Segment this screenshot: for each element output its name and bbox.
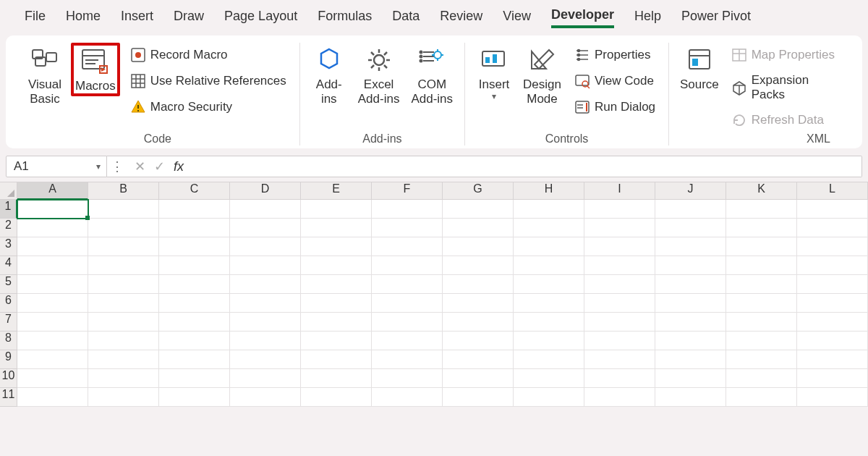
- cell[interactable]: [230, 332, 301, 350]
- cell[interactable]: [372, 256, 443, 275]
- tab-help[interactable]: Help: [634, 9, 661, 27]
- fx-icon[interactable]: fx: [174, 159, 184, 174]
- cell[interactable]: [655, 275, 726, 294]
- column-header[interactable]: D: [230, 182, 301, 200]
- cell[interactable]: [17, 200, 88, 219]
- expansion-packs-button[interactable]: Expansion Packs: [727, 70, 845, 105]
- cell[interactable]: [88, 237, 159, 256]
- enter-icon[interactable]: ✓: [154, 159, 165, 174]
- cell[interactable]: [584, 219, 655, 237]
- cell[interactable]: [372, 219, 443, 237]
- cell[interactable]: [514, 294, 584, 313]
- cell[interactable]: [726, 388, 797, 407]
- tab-insert[interactable]: Insert: [121, 9, 153, 27]
- cell[interactable]: [797, 237, 868, 256]
- cell[interactable]: [159, 200, 230, 219]
- tab-power-pivot[interactable]: Power Pivot: [681, 9, 751, 27]
- cell[interactable]: [655, 332, 726, 350]
- cell[interactable]: [17, 256, 88, 275]
- row-header[interactable]: 3: [0, 237, 17, 256]
- cell[interactable]: [443, 313, 514, 332]
- cell[interactable]: [88, 350, 159, 369]
- row-header[interactable]: 4: [0, 256, 17, 275]
- cell[interactable]: [584, 388, 655, 407]
- cell[interactable]: [584, 294, 655, 313]
- column-header[interactable]: C: [159, 182, 230, 200]
- view-code-button[interactable]: View Code: [570, 70, 660, 92]
- tab-data[interactable]: Data: [392, 9, 420, 27]
- cell[interactable]: [726, 237, 797, 256]
- cell[interactable]: [17, 369, 88, 388]
- cell[interactable]: [655, 313, 726, 332]
- cell[interactable]: [301, 350, 372, 369]
- cell[interactable]: [655, 388, 726, 407]
- cell[interactable]: [159, 332, 230, 350]
- excel-addins-button[interactable]: Excel Add-ins: [355, 43, 403, 107]
- cell[interactable]: [584, 350, 655, 369]
- cell[interactable]: [726, 256, 797, 275]
- cell[interactable]: [797, 275, 868, 294]
- cell[interactable]: [88, 200, 159, 219]
- cell[interactable]: [230, 388, 301, 407]
- cell[interactable]: [301, 332, 372, 350]
- cell[interactable]: [584, 275, 655, 294]
- column-header[interactable]: H: [514, 182, 584, 200]
- cell[interactable]: [159, 256, 230, 275]
- cell[interactable]: [17, 332, 88, 350]
- cell[interactable]: [514, 237, 584, 256]
- cell[interactable]: [726, 313, 797, 332]
- cell[interactable]: [230, 313, 301, 332]
- cell[interactable]: [372, 200, 443, 219]
- cell[interactable]: [230, 237, 301, 256]
- cell[interactable]: [797, 256, 868, 275]
- cell[interactable]: [301, 256, 372, 275]
- row-header[interactable]: 11: [0, 388, 17, 407]
- row-header[interactable]: 5: [0, 275, 17, 294]
- worksheet-grid[interactable]: ABCDEFGHIJKL 1234567891011: [0, 182, 868, 407]
- cell[interactable]: [372, 332, 443, 350]
- cell[interactable]: [88, 219, 159, 237]
- tab-page-layout[interactable]: Page Layout: [224, 9, 297, 27]
- cell[interactable]: [230, 369, 301, 388]
- row-header[interactable]: 6: [0, 294, 17, 313]
- insert-controls-button[interactable]: Insert ▾: [474, 43, 514, 103]
- cell[interactable]: [372, 369, 443, 388]
- cell[interactable]: [17, 313, 88, 332]
- cell[interactable]: [797, 350, 868, 369]
- map-properties-button[interactable]: Map Properties: [727, 44, 845, 66]
- row-header[interactable]: 1: [0, 200, 17, 219]
- row-header[interactable]: 10: [0, 369, 17, 388]
- source-button[interactable]: Source: [678, 43, 721, 93]
- record-macro-button[interactable]: Record Macro: [126, 44, 291, 66]
- cell[interactable]: [514, 388, 584, 407]
- cell[interactable]: [159, 219, 230, 237]
- cell[interactable]: [443, 332, 514, 350]
- cell[interactable]: [655, 350, 726, 369]
- cell[interactable]: [230, 256, 301, 275]
- cell[interactable]: [301, 388, 372, 407]
- cell[interactable]: [443, 275, 514, 294]
- column-header[interactable]: E: [301, 182, 372, 200]
- cell[interactable]: [159, 369, 230, 388]
- addins-button[interactable]: Add- ins: [309, 43, 349, 107]
- cell[interactable]: [159, 294, 230, 313]
- cell[interactable]: [372, 388, 443, 407]
- cell[interactable]: [230, 275, 301, 294]
- cell[interactable]: [726, 219, 797, 237]
- cell[interactable]: [17, 237, 88, 256]
- tab-draw[interactable]: Draw: [174, 9, 204, 27]
- cell[interactable]: [655, 256, 726, 275]
- cell[interactable]: [797, 294, 868, 313]
- column-header[interactable]: K: [726, 182, 797, 200]
- cell[interactable]: [797, 219, 868, 237]
- cell[interactable]: [514, 275, 584, 294]
- cell[interactable]: [797, 332, 868, 350]
- tab-developer[interactable]: Developer: [551, 7, 614, 28]
- cell[interactable]: [655, 200, 726, 219]
- cell[interactable]: [301, 275, 372, 294]
- cell[interactable]: [230, 219, 301, 237]
- cell[interactable]: [443, 200, 514, 219]
- cell[interactable]: [514, 350, 584, 369]
- visual-basic-button[interactable]: Visual Basic: [25, 43, 65, 107]
- tab-review[interactable]: Review: [440, 9, 482, 27]
